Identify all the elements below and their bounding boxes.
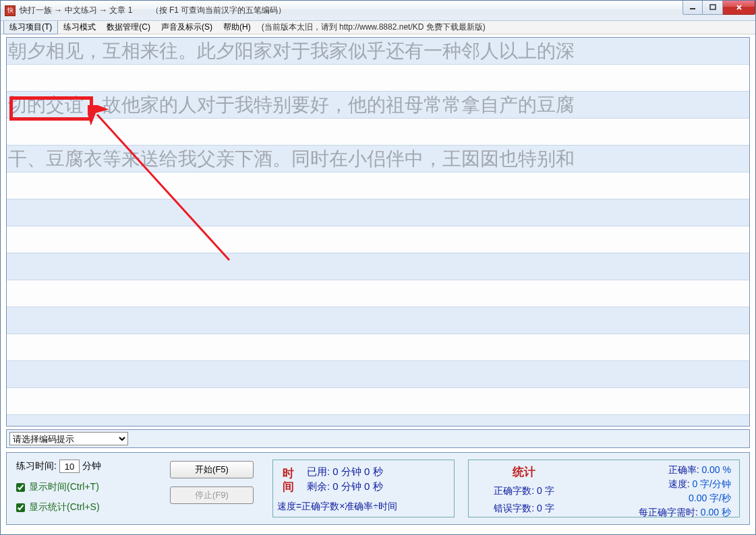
reference-line-1: 朝夕相见，互相来往。此夕阳家对于我家似乎还有一种邻人以上的深 xyxy=(7,38,749,65)
time-panel-title: 时间 xyxy=(281,467,295,494)
input-line-7[interactable] xyxy=(7,388,749,415)
bottom-panel: 练习时间: 分钟 显示时间(Ctrl+T) 显示统计(Ctrl+S) 开始(F5… xyxy=(6,452,750,525)
minimize-button[interactable] xyxy=(682,1,703,15)
time-panel: 时间 已用: 0 分钟 0 秒 剩余: 0 分钟 0 秒 速度=正确字数×准确率… xyxy=(272,460,455,517)
practice-time-label: 练习时间: xyxy=(16,460,57,472)
svg-rect-0 xyxy=(690,8,695,9)
show-time-checkbox-row[interactable]: 显示时间(Ctrl+T) xyxy=(16,481,151,493)
reference-line-4 xyxy=(7,199,749,226)
app-icon: 快 xyxy=(5,5,16,16)
menubar: 练习项目(T) 练习模式 数据管理(C) 声音及标示(S) 帮助(H) (当前版… xyxy=(1,21,755,34)
input-line-3[interactable] xyxy=(7,172,749,199)
accuracy-row: 正确率: 0.00 % xyxy=(583,464,731,476)
practice-area: 朝夕相见，互相来往。此夕阳家对于我家似乎还有一种邻人以上的深 切的交谊，故他家的… xyxy=(6,37,750,427)
reference-line-2: 切的交谊，故他家的人对于我特别要好，他的祖母常常拿自产的豆腐 xyxy=(7,92,749,119)
start-button[interactable]: 开始(F5) xyxy=(170,461,254,478)
remaining-row: 剩余: 0 分钟 0 秒 xyxy=(307,479,447,494)
settings-column: 练习时间: 分钟 显示时间(Ctrl+T) 显示统计(Ctrl+S) xyxy=(16,460,151,517)
speed-min-row: 速度: 0 字/分钟 xyxy=(583,478,731,491)
show-time-label: 显示时间(Ctrl+T) xyxy=(29,481,99,493)
hint-bar: 请选择编码提示 xyxy=(6,429,750,448)
titlebar: 快 快打一族 → 中文练习 → 文章 1 （按 F1 可查询当前汉字的五笔编码） xyxy=(1,1,755,21)
menu-practice-project[interactable]: 练习项目(T) xyxy=(3,20,58,34)
close-button[interactable] xyxy=(723,1,755,15)
stop-button[interactable]: 停止(F9) xyxy=(170,486,254,504)
show-stats-checkbox[interactable] xyxy=(16,503,25,512)
encoding-hint-select[interactable]: 请选择编码提示 xyxy=(9,432,128,445)
app-window: 快 快打一族 → 中文练习 → 文章 1 （按 F1 可查询当前汉字的五笔编码）… xyxy=(0,0,756,535)
show-stats-checkbox-row[interactable]: 显示统计(Ctrl+S) xyxy=(16,501,151,513)
elapsed-row: 已用: 0 分钟 0 秒 xyxy=(307,464,447,479)
input-line-1[interactable] xyxy=(7,65,749,92)
reference-line-3: 干、豆腐衣等来送给我父亲下酒。同时在小侣伴中，王囡囡也特别和 xyxy=(7,146,749,172)
minutes-label: 分钟 xyxy=(82,460,101,472)
speed-formula: 速度=正确字数×准确率÷时间 xyxy=(277,501,447,513)
correct-chars-row: 正确字数: 0 字 xyxy=(494,485,554,497)
version-status: (当前版本太旧，请到 http://www.8882.net/KD 免费下载最新… xyxy=(256,22,486,33)
show-time-checkbox[interactable] xyxy=(16,483,25,492)
practice-time-input[interactable] xyxy=(59,460,80,473)
maximize-button[interactable] xyxy=(703,1,723,15)
input-line-5[interactable] xyxy=(7,280,749,307)
reference-line-5 xyxy=(7,253,749,280)
input-line-4[interactable] xyxy=(7,226,749,253)
practice-time-row: 练习时间: 分钟 xyxy=(16,460,151,473)
input-line-6[interactable] xyxy=(7,334,749,361)
window-title: 快打一族 → 中文练习 → 文章 1 （按 F1 可查询当前汉字的五笔编码） xyxy=(20,5,755,16)
annotation-box xyxy=(9,96,93,121)
reference-line-6 xyxy=(7,307,749,334)
stats-panel: 统计 正确字数: 0 字 错误字数: 0 字 正确率: 0.00 % 速度: 0… xyxy=(468,460,740,517)
buttons-column: 开始(F5) 停止(F9) xyxy=(165,460,259,517)
reference-line-7 xyxy=(7,361,749,388)
speed-sec-row: 0.00 字/秒 xyxy=(583,493,731,505)
menu-help[interactable]: 帮助(H) xyxy=(218,21,256,34)
svg-rect-1 xyxy=(710,5,716,9)
menu-practice-mode[interactable]: 练习模式 xyxy=(58,21,101,34)
per-char-row: 每正确字需时: 0.00 秒 xyxy=(583,507,731,519)
stats-panel-title: 统计 xyxy=(513,464,535,480)
error-chars-row: 错误字数: 0 字 xyxy=(494,503,554,515)
window-controls xyxy=(682,1,755,15)
show-stats-label: 显示统计(Ctrl+S) xyxy=(29,501,100,513)
menu-data-manage[interactable]: 数据管理(C) xyxy=(101,21,156,34)
menu-sound-markers[interactable]: 声音及标示(S) xyxy=(156,21,218,34)
input-line-2[interactable] xyxy=(7,119,749,146)
